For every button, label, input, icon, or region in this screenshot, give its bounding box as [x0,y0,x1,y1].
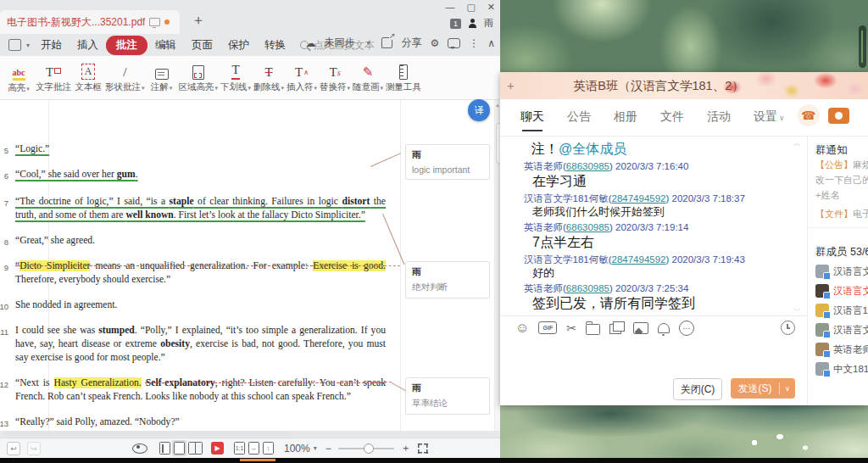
notice-line[interactable]: 改一下自己的 [815,174,868,187]
tab-公告[interactable]: 公告 [567,109,591,131]
notice-line[interactable]: +姓名 [815,189,868,202]
zoom-slider-knob[interactable] [364,443,374,454]
notice-line[interactable]: 【文件】电子图 [815,208,868,220]
eye-protect-icon[interactable] [132,443,147,454]
pdf-document-tab[interactable]: 电子图书-新视野大...35201.pdf [0,10,180,34]
menu-item-保护[interactable]: 保护 [220,36,257,55]
tool-text-box[interactable]: A文本框 [74,58,103,98]
member-list-item[interactable]: 汉语言文 [815,264,868,279]
tab-活动[interactable]: 活动 [707,109,731,131]
sync-status[interactable]: 未同步 [324,36,354,50]
screen-share-icon[interactable] [609,324,621,334]
prev-view-button[interactable]: ↩ [7,442,20,455]
sender-name[interactable]: 英语老师( [524,222,566,232]
tool-shape-comment[interactable]: /形状批注▾ [105,58,145,98]
sender-name[interactable]: 英语老师( [524,283,566,293]
sender-qq-number[interactable]: 68630985 [566,222,609,232]
share-label[interactable]: 分享 [401,36,421,50]
thumbnail-view-icon[interactable] [159,442,170,455]
notice-line[interactable]: 【公告】麻烦进 [815,159,868,171]
sender-qq-number[interactable]: 68630985 [566,283,609,293]
minimize-button[interactable]: — [445,2,454,13]
sender-qq-number[interactable]: 2847494592 [612,193,666,204]
fit-page-icon[interactable]: ↕ [263,442,274,455]
gif-icon[interactable]: GIF [538,321,557,334]
emoji-icon[interactable]: ☺ [515,321,529,335]
video-call-icon[interactable] [828,108,849,124]
settings-gear-icon[interactable]: ⚙ [430,37,439,49]
group-notice-title[interactable]: 群通知 [815,143,848,158]
screenshot-scissors-icon[interactable]: ✂ [566,321,576,335]
zoom-slider[interactable] [338,448,394,449]
send-image-icon[interactable] [633,322,648,334]
mention-all-link[interactable]: @全体成员 [559,142,626,156]
menu-item-开始[interactable]: 开始 [33,36,70,55]
actual-size-icon[interactable]: 1:1 [234,442,245,455]
tool-strikethrough[interactable]: T删除线▾ [253,58,284,98]
file-menu-caret-icon[interactable]: ▾ [26,42,30,49]
comment-card[interactable]: 雨草率结论 [405,377,490,415]
tool-replace[interactable]: T替换符▾ [320,58,350,98]
chat-scroll-up-icon[interactable]: ︿ [793,138,801,149]
member-list-item[interactable]: 汉语言18 [815,303,868,318]
tool-note[interactable]: 注解▾ [147,58,176,98]
fit-width-icon[interactable]: ↔ [248,442,259,455]
close-button[interactable]: ✕ [487,2,495,13]
menu-item-转换[interactable]: 转换 [257,36,293,55]
tab-聊天[interactable]: 聊天 [520,109,544,131]
translate-float-button[interactable]: 译 [468,99,490,121]
fullscreen-icon[interactable] [418,443,428,454]
sender-name[interactable]: 英语老师( [524,161,566,171]
tool-freehand[interactable]: ✎随意画▾ [353,58,383,98]
collapse-ribbon-icon[interactable]: ∧ [487,37,495,49]
zoom-in-button[interactable]: ＋ [401,441,411,455]
tool-highlight[interactable]: abc高亮▾ [4,58,33,98]
sender-qq-number[interactable]: 2847494592 [612,254,666,265]
comment-bubble-icon[interactable] [448,38,460,48]
more-menu-icon[interactable]: ⋮ [469,37,479,49]
message-history-icon[interactable] [781,321,795,335]
chat-message-area[interactable]: 注！@全体成员 英语老师(68630985) 2020/3/3 7:16:40在… [500,137,807,315]
document-page[interactable]: 5“Logic.”6“Cool,” she said over her gum.… [0,100,494,431]
play-mode-button[interactable]: ▶ [211,442,224,455]
tab-相册[interactable]: 相册 [614,109,637,131]
sender-qq-number[interactable]: 68630985 [566,161,609,171]
more-tools-icon[interactable]: ⋯ [679,321,694,336]
comment-card[interactable]: 雨logic important [405,144,490,180]
document-scrollbar[interactable]: ▲ [494,100,500,431]
next-view-button[interactable]: ↪ [27,442,41,455]
send-file-icon[interactable] [586,324,600,335]
comment-card[interactable]: 雨绝对判断 [405,261,490,298]
account-avatar-icon[interactable] [468,19,477,29]
new-tab-button[interactable]: ＋ [192,12,205,30]
sender-name[interactable]: 汉语言文学181何敏( [524,254,612,265]
file-menu-icon[interactable] [8,39,21,51]
sender-name[interactable]: 汉语言文学181何敏( [524,193,612,204]
menu-item-编辑[interactable]: 编辑 [147,36,184,55]
group-members-title[interactable]: 群成员 53/6 [815,245,868,259]
member-list-item[interactable]: 中文181 [815,361,868,377]
tool-caret-insert[interactable]: T插入符▾ [287,58,317,98]
tool-underline[interactable]: T下划线▾ [220,58,251,98]
zoom-level[interactable]: 100% [284,443,310,455]
message-input-area[interactable] [500,339,807,371]
voice-call-icon[interactable]: ☎ [798,104,820,126]
tool-area-highlight[interactable]: 区域高亮▾ [179,58,219,98]
single-page-view-icon[interactable] [174,442,185,455]
account-name[interactable]: 雨 [484,17,493,30]
two-page-view-icon[interactable] [188,442,203,455]
share-icon[interactable] [381,37,392,48]
tab-文件[interactable]: 文件 [660,109,684,131]
send-button[interactable]: 发送(S) ∨ [731,378,795,399]
horizontal-scrollbar[interactable] [3,431,292,436]
message-count-badge[interactable]: 1 [450,19,461,29]
menu-item-批注[interactable]: 批注 [106,36,147,55]
tab-设置[interactable]: 设置∨ [754,109,785,131]
maximize-button[interactable]: ▢ [466,2,475,13]
sync-caret-icon[interactable]: ▾ [366,39,370,47]
member-list-item[interactable]: 汉语言文 [815,322,868,337]
menu-item-页面[interactable]: 页面 [184,36,220,55]
zoom-out-button[interactable]: − [326,443,331,455]
send-options-caret-icon[interactable]: ∨ [780,385,795,393]
member-list-item[interactable]: 汉语言文 [815,283,868,298]
